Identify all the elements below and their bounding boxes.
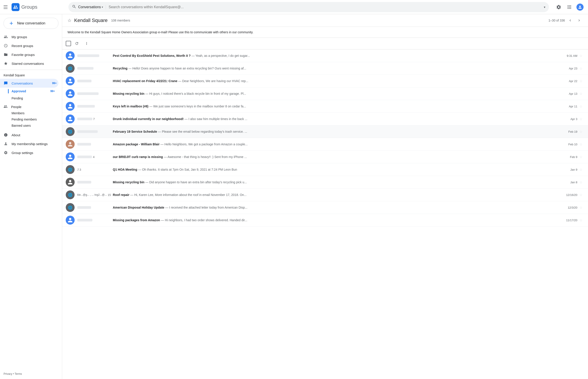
conversation-subject: Roof repair — [113, 193, 130, 197]
conversation-row[interactable]: 🌐Recycling — Hello! Does anyone happen t… — [62, 62, 588, 75]
reply-count: 15 — [108, 193, 111, 197]
settings-button[interactable] — [554, 3, 563, 12]
conversation-row[interactable]: 🌐February 19 Service Schedule — Please s… — [62, 125, 588, 138]
conversation-sender — [77, 54, 113, 57]
more-options-button[interactable] — [82, 39, 91, 47]
terms-link[interactable]: Terms — [15, 372, 22, 376]
sidebar-item-members[interactable]: Members — [12, 110, 58, 116]
conversation-date: Apr 3 — [562, 117, 577, 121]
conversation-avatar: 🌐 — [66, 190, 75, 199]
conversation-avatar — [66, 89, 75, 98]
conversation-row[interactable]: 4our BRIDJIT curb ramp is missing — Awes… — [62, 151, 588, 163]
conversation-star-button[interactable]: ☆ — [577, 193, 585, 197]
search-input[interactable] — [109, 5, 542, 9]
prev-page-button[interactable] — [567, 17, 574, 24]
conversation-subject: Pest Control By EcoShield Pest Solutions… — [113, 54, 191, 58]
user-avatar — [576, 3, 584, 11]
conversation-preview: — Hi neighbors, I had two order shows de… — [160, 218, 247, 222]
conversation-sender — [77, 181, 113, 184]
member-count: 108 members — [111, 19, 130, 22]
sidebar-item-starred[interactable]: Starred conversations — [0, 59, 58, 68]
conversation-date: Apr 22 — [562, 79, 577, 83]
sidebar-item-membership[interactable]: My membership settings — [0, 139, 58, 148]
conversation-preview: — I also saw him multiple times in the b… — [184, 117, 247, 121]
conversation-row[interactable]: Missing packages from Amazon — Hi neighb… — [62, 214, 588, 227]
conversation-sender: 4 — [77, 155, 113, 159]
conversation-preview: — Awesome - that thing is heavy!! :) Sen… — [163, 155, 247, 159]
conversation-row[interactable]: 7Drunk individual currently in our neigh… — [62, 113, 588, 125]
sidebar-item-group-settings[interactable]: Group settings — [0, 148, 58, 157]
info-icon — [3, 133, 8, 137]
list-toolbar — [62, 38, 588, 49]
group-star-button[interactable]: ☆ — [67, 18, 71, 23]
conversation-row[interactable]: Pest Control By EcoShield Pest Solutions… — [62, 49, 588, 62]
conversation-row[interactable]: 🌐American Disposal Holiday Update — I re… — [62, 201, 588, 214]
conversation-avatar: 🌐 — [66, 203, 75, 212]
conversation-body: Missing recycling bin — Did anyone happe… — [113, 180, 562, 184]
topbar-left: Groups — [3, 3, 66, 11]
reply-count: 7 — [93, 117, 95, 121]
pending-label: Pending — [12, 96, 23, 100]
conversation-list: Pest Control By EcoShield Pest Solutions… — [62, 49, 588, 379]
sidebar-item-about[interactable]: About — [0, 130, 58, 139]
conversation-sender — [77, 219, 113, 221]
conversation-star-button[interactable]: ☆ — [577, 130, 585, 134]
account-button[interactable] — [575, 3, 585, 12]
clock-icon — [3, 44, 8, 48]
menu-icon[interactable] — [3, 4, 9, 10]
approved-label: Approved — [12, 89, 26, 93]
sidebar-subitem-approved[interactable]: Approved 99+ — [0, 88, 58, 95]
sidebar-item-favorite-groups[interactable]: Favorite groups — [0, 50, 58, 59]
approved-badge: 99+ — [50, 90, 55, 93]
new-conversation-button[interactable]: New conversation — [3, 18, 58, 29]
topbar-right — [554, 3, 585, 12]
groups-icon — [3, 35, 8, 39]
sidebar-item-recent-groups[interactable]: Recent groups — [0, 41, 58, 50]
select-all-checkbox[interactable] — [66, 41, 71, 46]
conversation-preview: — Did anyone happen to have an extra bin… — [144, 180, 247, 184]
conversation-row[interactable]: 🌐J3Q1 HOA Meeting — Oh thanks. It starts… — [62, 163, 588, 176]
conversation-star-button[interactable]: ☆ — [577, 142, 585, 146]
sidebar-item-my-groups[interactable]: My groups — [0, 32, 58, 41]
sidebar-subitem-pending[interactable]: Pending — [0, 95, 58, 102]
conversation-star-button[interactable]: ☆ — [577, 218, 585, 222]
conversation-sender — [77, 80, 113, 82]
conversation-row[interactable]: Missing recycling bin — Hi guys, I notic… — [62, 87, 588, 100]
conversation-row[interactable]: HVAC replacement on Friday 4/22/21: Cran… — [62, 75, 588, 87]
conversation-subject: American Disposal Holiday Update — [113, 206, 164, 209]
group-settings-label: Group settings — [12, 151, 33, 155]
conversation-star-button[interactable]: ☆ — [577, 205, 585, 210]
conversation-star-button[interactable]: ☆ — [577, 155, 585, 159]
conversation-date: Jan 8 — [562, 181, 577, 184]
about-label: About — [12, 133, 20, 137]
sidebar-item-banned-users[interactable]: Banned users — [12, 123, 58, 129]
conversation-row[interactable]: Missing recycling bin — Did anyone happe… — [62, 176, 588, 189]
conversation-row[interactable]: Amazon package - William Blair — Hello N… — [62, 138, 588, 151]
conversation-sender — [77, 130, 113, 133]
conversation-body: February 19 Service Schedule — Please se… — [113, 130, 562, 133]
conversation-body: our BRIDJIT curb ramp is missing — Aweso… — [113, 155, 562, 159]
sidebar-item-conversations[interactable]: Conversations 99+ — [0, 79, 58, 88]
sidebar-item-pending-members[interactable]: Pending members — [12, 116, 58, 123]
people-header[interactable]: People — [3, 104, 58, 110]
search-options-icon[interactable]: ▾ — [544, 5, 545, 9]
conversation-row[interactable]: Keys left in mailbox (#8) — We just saw … — [62, 100, 588, 113]
refresh-button[interactable] — [73, 39, 81, 47]
conversation-subject: Keys left in mailbox (#8) — [113, 105, 148, 108]
conversation-star-button[interactable]: ☆ — [577, 92, 585, 96]
privacy-link[interactable]: Privacy — [3, 372, 12, 376]
conversation-star-button[interactable]: ☆ — [577, 180, 585, 184]
conversation-star-button[interactable]: ☆ — [577, 54, 585, 58]
apps-button[interactable] — [565, 3, 574, 12]
next-page-button[interactable] — [575, 17, 583, 24]
conversation-star-button[interactable]: ☆ — [577, 66, 585, 71]
conversation-star-button[interactable]: ☆ — [577, 117, 585, 121]
conversation-row[interactable]: 🌐kle...@g... , ... tng2...@...15Roof rep… — [62, 189, 588, 201]
conversation-subject: Missing packages from Amazon — [113, 218, 160, 222]
conversation-star-button[interactable]: ☆ — [577, 79, 585, 83]
welcome-banner: Welcome to the Kendall Square Home Owner… — [62, 27, 588, 38]
svg-text:🌐: 🌐 — [68, 193, 72, 197]
conversation-star-button[interactable]: ☆ — [577, 104, 585, 109]
search-dropdown[interactable]: Conversations ▾ — [78, 5, 106, 9]
conversation-star-button[interactable]: ☆ — [577, 168, 585, 172]
